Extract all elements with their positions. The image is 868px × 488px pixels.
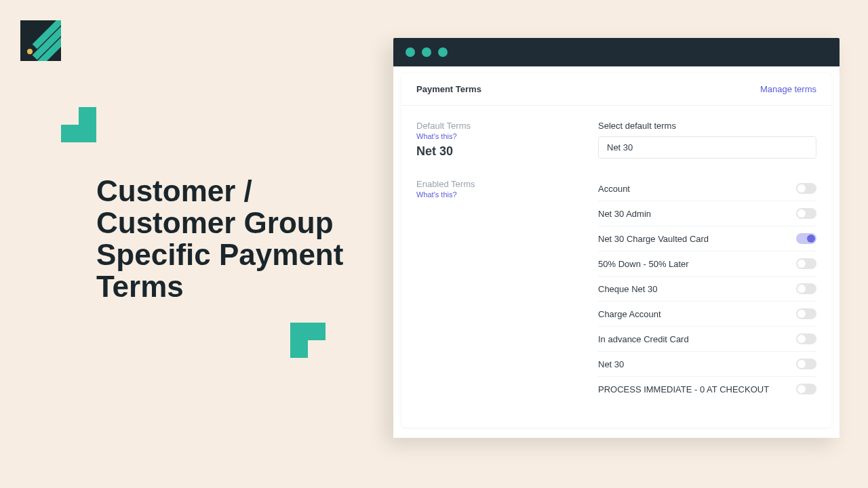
enabled-terms-whats-this-link[interactable]: What's this?	[416, 190, 579, 199]
window-dot-2[interactable]	[422, 47, 431, 57]
decorative-shape-2	[290, 323, 326, 358]
term-name: 50% Down - 50% Later	[598, 259, 689, 269]
term-toggle[interactable]	[796, 384, 816, 394]
app-window: Payment Terms Manage terms Default Terms…	[393, 38, 840, 438]
select-default-terms-label: Select default terms	[598, 121, 816, 131]
term-row: Net 30 Charge Vaulted Card	[598, 226, 816, 251]
term-name: Net 30	[598, 359, 624, 369]
titlebar	[393, 38, 840, 66]
default-terms-value: Net 30	[416, 144, 579, 159]
term-name: PROCESS IMMEDIATE - 0 AT CHECKOUT	[598, 384, 769, 394]
term-toggle[interactable]	[796, 283, 816, 294]
term-row: Cheque Net 30	[598, 277, 816, 302]
term-toggle[interactable]	[796, 359, 816, 369]
window-dot-3[interactable]	[438, 47, 448, 57]
term-name: Cheque Net 30	[598, 284, 657, 294]
term-row: PROCESS IMMEDIATE - 0 AT CHECKOUT	[598, 377, 816, 401]
term-row: In advance Credit Card	[598, 327, 816, 352]
term-name: Account	[598, 184, 630, 194]
term-name: Net 30 Charge Vaulted Card	[598, 234, 709, 244]
term-name: In advance Credit Card	[598, 334, 689, 344]
term-toggle[interactable]	[796, 258, 816, 269]
term-row: Account	[598, 176, 816, 201]
term-row: Net 30	[598, 352, 816, 377]
window-dot-1[interactable]	[406, 47, 415, 57]
manage-terms-link[interactable]: Manage terms	[760, 84, 816, 94]
term-toggle[interactable]	[796, 333, 816, 344]
term-toggle[interactable]	[796, 208, 816, 219]
hero-title: Customer / Customer Group Specific Payme…	[96, 175, 354, 302]
enabled-terms-label: Enabled Terms	[416, 179, 579, 189]
select-default-terms-dropdown[interactable]: Net 30	[598, 136, 816, 159]
payment-terms-card: Payment Terms Manage terms Default Terms…	[401, 73, 831, 427]
term-name: Charge Account	[598, 309, 661, 319]
enabled-terms-list: AccountNet 30 AdminNet 30 Charge Vaulted…	[598, 176, 816, 401]
app-logo	[20, 20, 61, 61]
term-name: Net 30 Admin	[598, 209, 651, 219]
default-terms-label: Default Terms	[416, 121, 579, 131]
term-toggle[interactable]	[796, 308, 816, 319]
default-terms-whats-this-link[interactable]: What's this?	[416, 132, 579, 140]
term-row: 50% Down - 50% Later	[598, 251, 816, 277]
term-row: Net 30 Admin	[598, 201, 816, 226]
card-title: Payment Terms	[416, 84, 481, 94]
term-toggle[interactable]	[796, 233, 816, 244]
term-toggle[interactable]	[796, 183, 816, 194]
decorative-shape-1	[61, 107, 96, 142]
term-row: Charge Account	[598, 302, 816, 327]
